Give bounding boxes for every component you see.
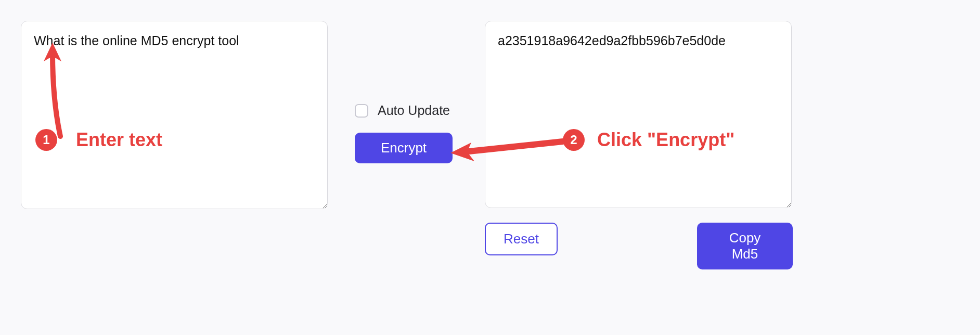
- app-container: What is the online MD5 encrypt tool a235…: [0, 0, 980, 335]
- output-textarea[interactable]: a2351918a9642ed9a2fbb596b7e5d0de: [485, 21, 792, 208]
- input-textarea[interactable]: What is the online MD5 encrypt tool: [21, 21, 328, 209]
- auto-update-checkbox[interactable]: [355, 104, 368, 118]
- copy-md5-button[interactable]: Copy Md5: [697, 223, 793, 269]
- auto-update-label: Auto Update: [378, 103, 450, 118]
- auto-update-row: Auto Update: [355, 103, 453, 118]
- middle-controls: Auto Update Encrypt: [355, 103, 453, 163]
- encrypt-button[interactable]: Encrypt: [355, 133, 453, 163]
- reset-button[interactable]: Reset: [485, 223, 558, 255]
